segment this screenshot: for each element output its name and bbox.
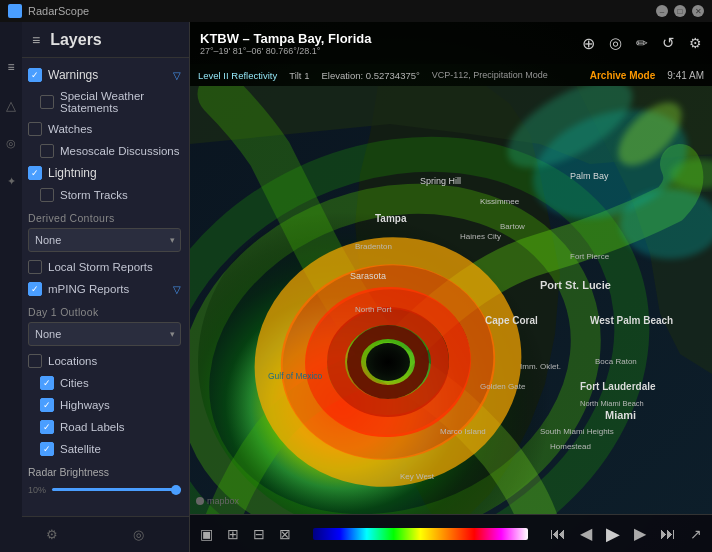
layout-icon-3[interactable]: ⊟ xyxy=(253,526,265,542)
map-area: Spring Hill Tampa Kissimmee Palm Bay Bra… xyxy=(190,22,712,552)
layer-highways[interactable]: Highways xyxy=(22,394,189,416)
derived-contours-label: Derived Contours xyxy=(22,206,189,226)
highways-checkbox[interactable] xyxy=(40,398,54,412)
settings-icon[interactable]: ⚙ xyxy=(689,35,702,51)
layer-local-storm[interactable]: Local Storm Reports xyxy=(22,256,189,278)
mpng-label: mPING Reports xyxy=(48,283,167,295)
layout-icon-1[interactable]: ▣ xyxy=(200,526,213,542)
station-coords: 27°–19' 81°–06' 80.766°/28.1° xyxy=(200,46,572,56)
skip-fwd-icon[interactable]: ⏭ xyxy=(660,525,676,543)
svg-text:Fort Pierce: Fort Pierce xyxy=(570,252,610,261)
map-header: KTBW – Tampa Bay, Florida 27°–19' 81°–06… xyxy=(190,22,712,64)
station-info: KTBW – Tampa Bay, Florida 27°–19' 81°–06… xyxy=(200,31,572,56)
special-weather-checkbox[interactable] xyxy=(40,95,54,109)
road-labels-checkbox[interactable] xyxy=(40,420,54,434)
export-icon[interactable]: ↗ xyxy=(690,526,702,542)
play-icon[interactable]: ▶ xyxy=(606,523,620,545)
sidebar-content: Warnings ▽ Special Weather Statements Wa… xyxy=(22,58,189,516)
color-scale xyxy=(313,528,528,540)
warnings-checkbox[interactable] xyxy=(28,68,42,82)
layer-special-weather[interactable]: Special Weather Statements xyxy=(22,86,189,118)
layer-watches[interactable]: Watches xyxy=(22,118,189,140)
radar-brightness-section: Radar Brightness 10% 100% xyxy=(22,460,189,499)
elevation-label: Elevation: 0.52734375° xyxy=(321,70,419,81)
sidebar: ≡ Layers Warnings ▽ Special Weather Stat… xyxy=(0,22,190,552)
prev-icon[interactable]: ◀ xyxy=(580,524,592,543)
mesoscale-checkbox[interactable] xyxy=(40,144,54,158)
sidebar-bottom-icon2[interactable]: ◎ xyxy=(133,527,144,542)
refresh-icon[interactable]: ↺ xyxy=(662,34,675,52)
map-bottom-bar: ▣ ⊞ ⊟ ⊠ ⏮ ◀ ▶ ▶ ⏭ ↗ xyxy=(190,514,712,552)
svg-point-9 xyxy=(366,343,410,381)
day1-select-wrapper[interactable]: None Tornado Wind Hail ▾ xyxy=(28,322,181,346)
svg-text:Golden Gate: Golden Gate xyxy=(480,382,526,391)
warnings-label: Warnings xyxy=(48,68,167,82)
watches-checkbox[interactable] xyxy=(28,122,42,136)
cities-checkbox[interactable] xyxy=(40,376,54,390)
day1-select[interactable]: None Tornado Wind Hail xyxy=(28,322,181,346)
map-info-bar: Level II Reflectivity Tilt 1 Elevation: … xyxy=(190,64,712,86)
radar-icon[interactable]: ◎ xyxy=(2,134,20,152)
sidebar-menu-icon[interactable]: ≡ xyxy=(32,32,40,48)
location-icon[interactable]: ⊕ xyxy=(582,34,595,53)
radar-brightness-label: Radar Brightness xyxy=(28,466,181,478)
layer-mesoscale[interactable]: Mesoscale Discussions xyxy=(22,140,189,162)
satellite-checkbox[interactable] xyxy=(40,442,54,456)
svg-text:North Miami Beach: North Miami Beach xyxy=(580,399,644,408)
minimize-button[interactable]: – xyxy=(656,5,668,17)
svg-text:Boca Raton: Boca Raton xyxy=(595,357,637,366)
svg-text:Kissimmee: Kissimmee xyxy=(480,197,520,206)
layout-icon-2[interactable]: ⊞ xyxy=(227,526,239,542)
layer-warnings[interactable]: Warnings ▽ xyxy=(22,64,189,86)
satellite-label: Satellite xyxy=(60,443,181,455)
svg-text:South Miami Heights: South Miami Heights xyxy=(540,427,614,436)
settings-nav-icon[interactable]: ✦ xyxy=(2,172,20,190)
target-icon[interactable]: ◎ xyxy=(609,34,622,52)
warnings-filter-icon[interactable]: ▽ xyxy=(173,70,181,81)
layer-mpng[interactable]: mPING Reports ▽ xyxy=(22,278,189,300)
station-name: KTBW – Tampa Bay, Florida xyxy=(200,31,572,46)
alert-icon[interactable]: △ xyxy=(2,96,20,114)
layer-cities[interactable]: Cities xyxy=(22,372,189,394)
storm-tracks-checkbox[interactable] xyxy=(40,188,54,202)
layer-storm-tracks[interactable]: Storm Tracks xyxy=(22,184,189,206)
skip-back-icon[interactable]: ⏮ xyxy=(550,525,566,543)
derived-contours-select-wrapper[interactable]: None DBZ Velocity ▾ xyxy=(28,228,181,252)
svg-text:Marco Island: Marco Island xyxy=(440,427,486,436)
hamburger-icon[interactable]: ≡ xyxy=(2,58,20,76)
mpng-checkbox[interactable] xyxy=(28,282,42,296)
archive-badge: Archive Mode xyxy=(590,70,656,81)
sidebar-bottom-icon1[interactable]: ⚙ xyxy=(46,527,58,542)
mapbox-logo: mapbox xyxy=(196,496,239,506)
sidebar-header: ≡ Layers xyxy=(0,22,189,58)
watches-label: Watches xyxy=(48,123,181,135)
derived-contours-select[interactable]: None DBZ Velocity xyxy=(28,228,181,252)
layer-locations[interactable]: Locations xyxy=(22,350,189,372)
local-storm-checkbox[interactable] xyxy=(28,260,42,274)
layer-lightning[interactable]: Lightning xyxy=(22,162,189,184)
layer-road-labels[interactable]: Road Labels xyxy=(22,416,189,438)
svg-text:Tampa: Tampa xyxy=(375,213,407,224)
day1-outlook-label: Day 1 Outlook xyxy=(22,300,189,320)
maximize-button[interactable]: □ xyxy=(674,5,686,17)
layout-icon-4[interactable]: ⊠ xyxy=(279,526,291,542)
app-title: RadarScope xyxy=(28,5,89,17)
brightness-slider[interactable] xyxy=(52,488,181,491)
locations-label: Locations xyxy=(48,355,181,367)
next-icon[interactable]: ▶ xyxy=(634,524,646,543)
lightning-checkbox[interactable] xyxy=(28,166,42,180)
locations-checkbox[interactable] xyxy=(28,354,42,368)
mapbox-text: mapbox xyxy=(207,496,239,506)
brightness-value: 100% xyxy=(187,484,189,495)
sidebar-bottom: ⚙ ◎ xyxy=(0,516,189,552)
layer-satellite[interactable]: Satellite xyxy=(22,438,189,460)
special-weather-label: Special Weather Statements xyxy=(60,90,181,114)
radar-visualization: Spring Hill Tampa Kissimmee Palm Bay Bra… xyxy=(190,86,712,514)
edit-icon[interactable]: ✏ xyxy=(636,35,648,51)
time-label: 9:41 AM xyxy=(667,70,704,81)
mpng-filter-icon[interactable]: ▽ xyxy=(173,284,181,295)
cities-label: Cities xyxy=(60,377,181,389)
close-button[interactable]: ✕ xyxy=(692,5,704,17)
svg-text:Cape Coral: Cape Coral xyxy=(485,315,538,326)
svg-text:Homestead: Homestead xyxy=(550,442,591,451)
